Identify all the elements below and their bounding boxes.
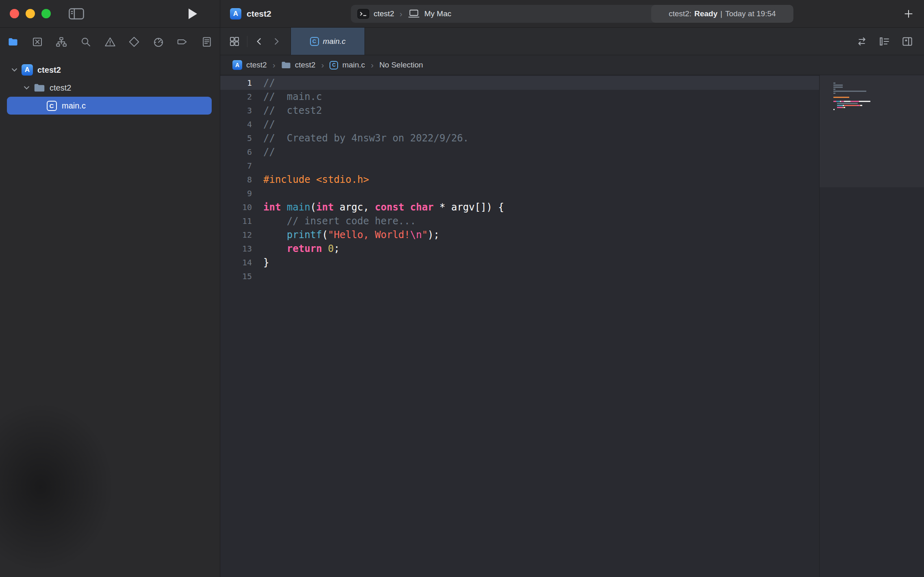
line-number: 12: [220, 230, 252, 240]
code-text: //: [263, 77, 275, 89]
editor-options: [856, 28, 924, 55]
code-line-3[interactable]: 3// ctest2: [220, 104, 819, 117]
jump-bar: Actest2›ctest2›Cmain.c›No Selection: [220, 55, 924, 75]
file-tree: Actest2ctest2Cmain.c: [0, 61, 220, 115]
breakpoint-navigator-tab[interactable]: [176, 36, 189, 48]
line-number: 13: [220, 244, 252, 254]
breadcrumb-item-main.c[interactable]: Cmain.c: [330, 61, 365, 69]
breadcrumb-label: main.c: [342, 61, 365, 69]
hierarchy-icon: [55, 36, 67, 48]
breadcrumb-label: ctest2: [246, 61, 267, 69]
breadcrumb-separator: ›: [272, 60, 276, 70]
disclosure-chevron-icon[interactable]: [21, 86, 32, 90]
code-line-15[interactable]: 15: [220, 269, 819, 283]
scheme-destination-label[interactable]: My Mac: [424, 9, 451, 18]
project-navigator-tab[interactable]: [7, 36, 19, 48]
close-button[interactable]: [10, 9, 19, 18]
diamond-icon: [128, 36, 140, 48]
disclosure-chevron-icon[interactable]: [9, 68, 20, 72]
window-controls: [10, 9, 51, 18]
code-text: // insert code here...: [263, 215, 416, 227]
tree-item-main.c[interactable]: Cmain.c: [7, 97, 212, 115]
editor-area: C main.c: [220, 28, 924, 577]
add-button[interactable]: [903, 8, 914, 20]
breadcrumb-item-ctest2[interactable]: Actest2: [232, 60, 267, 70]
related-items-grid-icon[interactable]: [228, 35, 241, 48]
gauge-icon: [152, 36, 165, 48]
breadcrumb-label: No Selection: [379, 61, 423, 69]
zoom-button[interactable]: [41, 9, 51, 18]
minimize-button[interactable]: [26, 9, 35, 18]
code-line-11[interactable]: 11 // insert code here...: [220, 214, 819, 228]
code-line-1[interactable]: 1//: [220, 76, 819, 90]
report-icon: [201, 36, 213, 48]
minimap-line: [833, 91, 924, 92]
minimap-line: [833, 99, 924, 100]
minimap-line: [833, 82, 924, 84]
minimap[interactable]: [819, 75, 924, 577]
tab-main-c[interactable]: C main.c: [291, 28, 365, 55]
code-text: // main.c: [263, 91, 322, 102]
minimap-line: [833, 101, 924, 102]
code-text: #include <stdio.h>: [263, 174, 369, 185]
debug-navigator-tab[interactable]: [152, 36, 165, 48]
code-line-5[interactable]: 5// Created by 4nsw3r on 2022/9/26.: [220, 131, 819, 145]
tree-label: ctest2: [37, 65, 61, 75]
issue-navigator-tab[interactable]: [104, 36, 116, 48]
status-target: ctest2:: [669, 9, 692, 18]
code-line-4[interactable]: 4//: [220, 117, 819, 131]
toggle-sidebar-icon[interactable]: [69, 8, 84, 20]
code-line-10[interactable]: 10int main(int argc, const char * argv[]…: [220, 200, 819, 214]
adjust-editor-icon[interactable]: [878, 35, 891, 48]
code-text: // ctest2: [263, 105, 322, 116]
line-number: 3: [220, 106, 252, 115]
folder-icon: [33, 82, 46, 94]
report-navigator-tab[interactable]: [201, 36, 213, 48]
line-number: 6: [220, 147, 252, 157]
minimap-line: [833, 85, 924, 86]
project-icon: A: [232, 60, 242, 70]
main-area: Actest2ctest2Cmain.c: [0, 28, 924, 577]
code-line-8[interactable]: 8#include <stdio.h>: [220, 173, 819, 187]
tree-label: ctest2: [50, 83, 71, 93]
line-number: 15: [220, 271, 252, 281]
code-lines[interactable]: 1//2// main.c3// ctest24//5// Created by…: [220, 75, 819, 577]
minimap-line: [833, 111, 924, 112]
c-file-icon: C: [46, 100, 58, 112]
tree-item-ctest2[interactable]: ctest2: [7, 79, 212, 97]
code-line-9[interactable]: 9: [220, 187, 819, 200]
code-text: //: [263, 146, 275, 158]
code-line-6[interactable]: 6//: [220, 145, 819, 159]
add-editor-icon[interactable]: [901, 35, 913, 48]
status-state: Ready: [694, 9, 718, 18]
symbol-navigator-tab[interactable]: [55, 36, 67, 48]
forward-button[interactable]: [271, 36, 282, 47]
line-number: 9: [220, 189, 252, 198]
status-time: Today at 19:54: [725, 9, 776, 18]
code-line-2[interactable]: 2// main.c: [220, 90, 819, 104]
find-navigator-tab[interactable]: [80, 36, 92, 48]
code-line-7[interactable]: 7: [220, 159, 819, 173]
minimap-code: [833, 82, 924, 112]
scheme-selector[interactable]: ctest2 › My Mac ctest2: Ready | Today at…: [351, 5, 794, 23]
test-navigator-tab[interactable]: [128, 36, 140, 48]
code-line-12[interactable]: 12 printf("Hello, World!\n");: [220, 228, 819, 242]
divider: [247, 36, 247, 47]
tree-item-ctest2[interactable]: Actest2: [7, 61, 212, 79]
minimap-line: [833, 93, 924, 94]
minimap-line: [833, 103, 924, 104]
code-line-13[interactable]: 13 return 0;: [220, 242, 819, 256]
tree-label: main.c: [62, 101, 86, 111]
code-text: //: [263, 119, 275, 130]
code-review-icon[interactable]: [856, 35, 868, 48]
code-line-14[interactable]: 14}: [220, 256, 819, 269]
breadcrumb-separator: ›: [320, 60, 325, 70]
breadcrumb-item-no-selection[interactable]: No Selection: [379, 61, 423, 69]
back-button[interactable]: [254, 36, 265, 47]
scheme-target-icon: [358, 9, 369, 19]
source-control-navigator-tab[interactable]: [31, 36, 43, 48]
breadcrumb-item-ctest2[interactable]: ctest2: [281, 61, 316, 69]
minimap-line: [833, 107, 924, 108]
run-button[interactable]: [187, 7, 199, 20]
scheme-target-label[interactable]: ctest2: [374, 9, 395, 18]
